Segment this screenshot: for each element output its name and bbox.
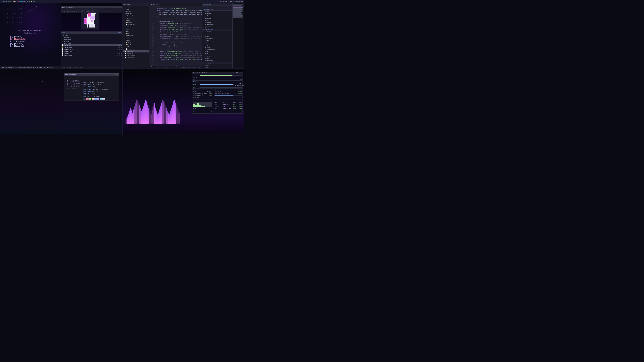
ft-item-downloads[interactable]: ▶Downloads — [62, 38, 122, 40]
code-tree-header: EXPLORER — [122, 3, 149, 6]
cpu-avg-row: AVG 13 — [192, 76, 242, 78]
vis-bar-41 — [170, 111, 171, 124]
vis-bar-9 — [136, 103, 136, 124]
outline-locale: locale — [202, 19, 232, 22]
outline-bootmountpath: bootMountPath — [202, 24, 232, 26]
disk-row-2: /dev/dm-0 /nix/store 393GB — [214, 93, 242, 95]
outline-dotfilesdir: dotfilesDir — [202, 37, 232, 39]
code-content[interactable]: description = "Flake of LibrePhoenix"; o… — [154, 7, 202, 66]
swap-bar — [200, 87, 242, 88]
disk-row-1: /dev/dm-0 / 564GB — [214, 91, 242, 93]
outline-section-system: systemSettings — [202, 8, 232, 10]
ct-harden[interactable]: 📄harden.sh — [122, 52, 149, 55]
terminal-window[interactable]: emmet@snowfire: ~ ─ □ × ~/dotfiles git:(… — [61, 6, 122, 13]
swap-label: 0%| — [193, 87, 199, 88]
ft-item-themes[interactable]: ▶themes — [62, 40, 122, 42]
ct-wm[interactable]: ▶wm — [122, 46, 149, 48]
code-tab-flake[interactable]: flake.nix — [149, 3, 160, 6]
vis-bar-27 — [155, 108, 156, 124]
outline-fontpkg: fontPkg — [202, 55, 232, 57]
ct-system[interactable]: ▶system — [122, 26, 149, 28]
disks-title: Disks — [214, 89, 242, 91]
ft-item-install-org[interactable]: 📄install.org10.6 K — [62, 48, 122, 50]
vis-bar-5 — [131, 110, 132, 124]
outline-theme: theme — [202, 39, 232, 42]
code-tree: EXPLORER ▼.dotfiles ▶.git ▶patches ▼prof… — [122, 3, 149, 68]
ct-app[interactable]: ▶app — [122, 32, 149, 35]
vis-bar-43 — [172, 105, 173, 124]
ct-themes[interactable]: ▶themes — [122, 28, 149, 30]
qute-ascii-art: ...... ....... ......... ......... .. . … — [5, 6, 24, 26]
code-outline: description outputs systemSettings syste… — [202, 3, 232, 68]
ft-item-flake-lock[interactable]: 🔒flake.lock27.5 K — [62, 46, 122, 48]
vis-bar-10 — [136, 100, 137, 124]
ct-dotfiles[interactable]: ▼.dotfiles — [122, 6, 149, 8]
vis-bar-2 — [128, 114, 129, 124]
ct-readme-org[interactable]: 📄README.org — [122, 24, 149, 26]
vis-bar-47 — [176, 106, 177, 124]
vis-bar-45 — [174, 100, 175, 124]
ct-profiles[interactable]: ▼profiles — [122, 13, 149, 15]
code-body: 1234567891011121314151617181920212223242… — [149, 7, 202, 66]
vis-bar-29 — [157, 114, 158, 124]
vis-bar-14 — [141, 111, 142, 124]
vis-bar-49 — [178, 113, 179, 124]
vis-bar-34 — [162, 100, 163, 124]
ft-item-dotfiles[interactable]: ▼dotfiles — [62, 34, 122, 36]
vis-bar-7 — [133, 109, 134, 124]
outline-defaultroamdir: defaultRoamDir — [202, 48, 232, 51]
ct-install-sh[interactable]: 📄install.sh — [122, 57, 149, 59]
ct-worklab[interactable]: ▶worklab — [122, 21, 149, 24]
ft-item-external[interactable]: ▶External — [62, 42, 122, 44]
neofetch-terminal[interactable]: emmet@snowfire: ~ ─ □ × WE| // \\ RB| ::… — [64, 73, 119, 101]
outline-timezone: timezone — [202, 17, 232, 19]
net-row-1: 36.0 — [193, 107, 212, 109]
proc-header: PID Name CPU% MEM% — [214, 102, 242, 104]
ct-flake-nix[interactable]: 📄flake.nix — [122, 50, 149, 52]
code-branch: ⎇ main — [150, 66, 154, 68]
ct-user[interactable]: ▼user — [122, 30, 149, 32]
ct-style[interactable]: ▶style — [122, 43, 149, 46]
proc-row-2: 550631 emacs 0.28 0.7% — [214, 106, 242, 107]
code-file-info: 7.5k — [156, 67, 159, 68]
ft-item-flake-nix[interactable]: 📄flake.nix2.26 K — [62, 44, 122, 46]
vis-bar-6 — [132, 113, 133, 124]
code-lang: Nix — [199, 67, 201, 68]
temps-box: Temperatures DeviceTemp(°) card0 (amdgpu… — [192, 88, 213, 99]
ct-lang[interactable]: ▶lang — [122, 37, 149, 39]
vis-bar-36 — [165, 105, 165, 124]
vis-bar-48 — [178, 109, 178, 124]
ct-homelab[interactable]: ▶home lab — [122, 15, 149, 17]
ct-work[interactable]: ▶work — [122, 19, 149, 21]
ct-shell[interactable]: ▶shell — [122, 41, 149, 43]
ct-install-org[interactable]: 📄install.org — [122, 55, 149, 57]
cpu-pct-row: 0% 0% — [192, 78, 242, 80]
topbar-right: Sat 2024-03-09 05:06:00 PM — [218, 0, 244, 3]
temps-header: DeviceTemp(°) — [193, 91, 212, 93]
vis-bar-26 — [154, 103, 154, 124]
topbar: ⬡ Tech 100% ⚡100% 20% 🌐100% 🔊28 🔋10% Sat… — [0, 0, 244, 3]
cpu1-row: 100%| — [192, 74, 242, 76]
ct-pkgs[interactable]: ▶pkgs — [122, 39, 149, 41]
ct-patches[interactable]: ▶patches — [122, 10, 149, 12]
disks-box: Disks /dev/dm-0 / 564GB /dev/dm-0 /nix/s… — [214, 88, 242, 99]
ct-git[interactable]: ▶.git — [122, 8, 149, 10]
ft-item-license[interactable]: 📄LICENSE34.2 K — [62, 52, 122, 54]
processes-title: Processes — [214, 100, 242, 102]
outline-section-description: description — [202, 3, 232, 5]
ct-personal[interactable]: ▶personal — [122, 17, 149, 19]
ft-item-readme[interactable]: 📄README.org10.4 K — [62, 54, 122, 56]
ram-row: 100%| RAM: 5.7GiB/02.0iB — [192, 83, 242, 86]
vis-bar-3 — [129, 111, 130, 124]
ram-value: RAM: 5.7GiB/02.0iB — [235, 83, 242, 86]
outline-profile: profile — [202, 15, 232, 17]
ct-readme2[interactable]: 📄README.org — [122, 48, 149, 50]
ct-hardware[interactable]: ▶hardware — [122, 35, 149, 37]
ram-bar — [200, 84, 234, 85]
vis-bar-24 — [152, 109, 152, 124]
ft-item-documents[interactable]: ▶Documents — [62, 36, 122, 38]
ft-item-install-sh[interactable]: 📄install.sh — [62, 50, 122, 52]
filemanager-panel: emmet@snowfire: ~ ─ □ × ~/dotfiles git:(… — [61, 3, 122, 68]
qute-subtitle: Tech Profile — [0, 32, 61, 34]
topbar-mem: 20% — [17, 1, 20, 2]
